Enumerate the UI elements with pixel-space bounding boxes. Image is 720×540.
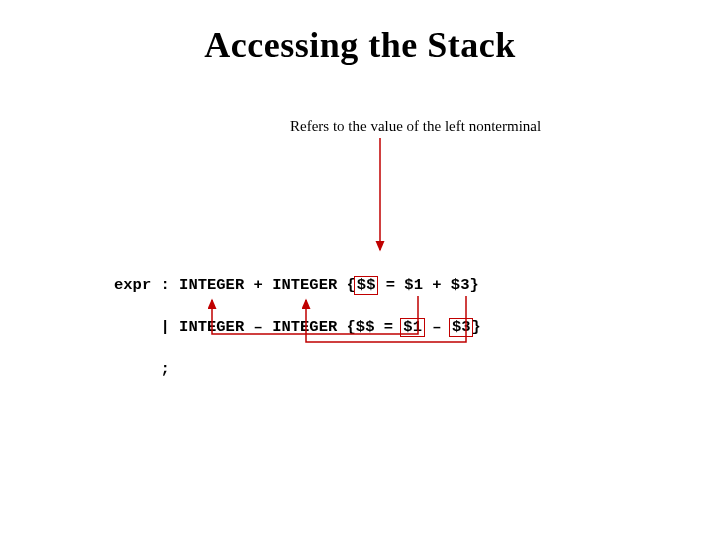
code-line-1: expr : INTEGER + INTEGER {$$ = $1 + $3}: [114, 275, 481, 296]
code-text: }: [471, 318, 480, 336]
code-text: expr : INTEGER + INTEGER {: [114, 276, 356, 294]
boxed-dollar-dollar: $$: [354, 276, 379, 295]
grammar-code: expr : INTEGER + INTEGER {$$ = $1 + $3} …: [114, 254, 481, 401]
slide-title: Accessing the Stack: [0, 0, 720, 66]
boxed-dollar-one: $1: [400, 318, 425, 337]
code-text: = $1 + $3}: [376, 276, 478, 294]
code-text: | INTEGER – INTEGER {$$ =: [114, 318, 402, 336]
code-line-3: ;: [114, 359, 481, 380]
code-text: –: [423, 318, 451, 336]
code-line-2: | INTEGER – INTEGER {$$ = $1 – $3}: [114, 317, 481, 338]
boxed-dollar-three: $3: [449, 318, 474, 337]
annotation-text: Refers to the value of the left nontermi…: [290, 118, 541, 135]
